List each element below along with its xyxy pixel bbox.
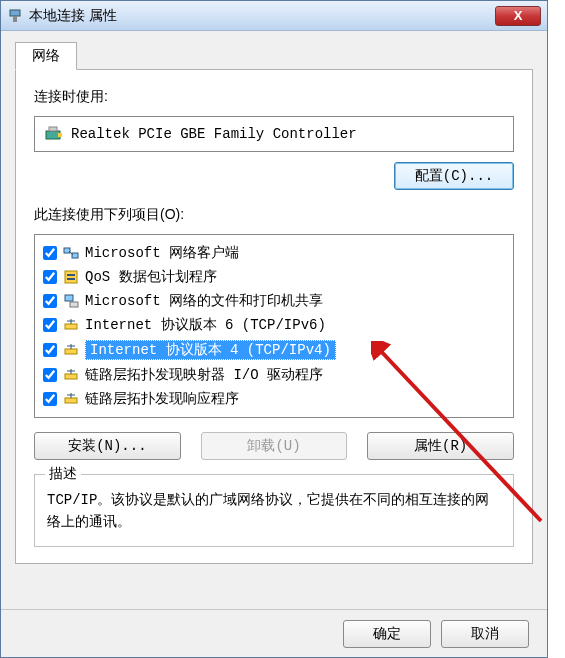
svg-rect-4: [58, 133, 62, 137]
svg-rect-9: [67, 274, 75, 276]
svg-rect-16: [65, 349, 77, 354]
svg-rect-10: [67, 278, 75, 280]
window-title: 本地连接 属性: [29, 7, 495, 25]
adapter-box[interactable]: Realtek PCIe GBE Family Controller: [34, 116, 514, 152]
list-item[interactable]: 链路层拓扑发现响应程序: [39, 387, 509, 411]
list-buttons-row: 安装(N)... 卸载(U) 属性(R): [34, 432, 514, 460]
tab-body: 连接时使用: Realtek PCIe GBE Family Controlle…: [15, 70, 533, 564]
component-icon: [63, 269, 79, 285]
description-text: TCP/IP。该协议是默认的广域网络协议，它提供在不同的相互连接的网络上的通讯。: [47, 489, 501, 534]
description-legend: 描述: [45, 465, 81, 483]
dialog-buttons: 确定 取消: [1, 609, 547, 657]
install-button[interactable]: 安装(N)...: [34, 432, 181, 460]
item-checkbox[interactable]: [43, 318, 57, 332]
svg-rect-22: [65, 398, 77, 403]
list-item[interactable]: Microsoft 网络客户端: [39, 241, 509, 265]
svg-rect-0: [10, 10, 20, 16]
item-label: 链路层拓扑发现响应程序: [85, 390, 239, 408]
cancel-button[interactable]: 取消: [441, 620, 529, 648]
item-checkbox[interactable]: [43, 343, 57, 357]
nic-icon: [45, 125, 63, 143]
svg-rect-3: [49, 127, 57, 131]
item-label: 链路层拓扑发现映射器 I/O 驱动程序: [85, 366, 323, 384]
item-label: Microsoft 网络客户端: [85, 244, 239, 262]
component-icon: [63, 367, 79, 383]
network-adapter-icon: [7, 8, 23, 24]
close-button[interactable]: X: [495, 6, 541, 26]
list-item[interactable]: Internet 协议版本 6 (TCP/IPv6): [39, 313, 509, 337]
svg-rect-11: [65, 295, 73, 301]
ok-button[interactable]: 确定: [343, 620, 431, 648]
svg-rect-8: [65, 271, 77, 283]
connect-using-label: 连接时使用:: [34, 88, 514, 106]
list-item[interactable]: 链路层拓扑发现映射器 I/O 驱动程序: [39, 363, 509, 387]
svg-rect-2: [46, 131, 60, 139]
list-item[interactable]: QoS 数据包计划程序: [39, 265, 509, 289]
svg-rect-1: [13, 16, 17, 22]
items-label: 此连接使用下列项目(O):: [34, 206, 514, 224]
component-icon: [63, 317, 79, 333]
component-icon: [63, 293, 79, 309]
uninstall-button: 卸载(U): [201, 432, 348, 460]
svg-rect-12: [70, 302, 78, 307]
tab-strip: 网络: [15, 41, 533, 70]
item-label: Internet 协议版本 6 (TCP/IPv6): [85, 316, 326, 334]
item-checkbox[interactable]: [43, 392, 57, 406]
item-checkbox[interactable]: [43, 246, 57, 260]
svg-rect-6: [72, 253, 78, 258]
component-icon: [63, 245, 79, 261]
svg-rect-19: [65, 374, 77, 379]
svg-rect-5: [64, 248, 70, 253]
list-item[interactable]: Microsoft 网络的文件和打印机共享: [39, 289, 509, 313]
properties-button[interactable]: 属性(R): [367, 432, 514, 460]
component-icon: [63, 342, 79, 358]
item-label: Microsoft 网络的文件和打印机共享: [85, 292, 323, 310]
description-group: 描述 TCP/IP。该协议是默认的广域网络协议，它提供在不同的相互连接的网络上的…: [34, 474, 514, 547]
tab-network[interactable]: 网络: [15, 42, 77, 70]
item-checkbox[interactable]: [43, 294, 57, 308]
close-icon: X: [514, 8, 523, 23]
list-item[interactable]: Internet 协议版本 4 (TCP/IPv4): [39, 337, 509, 363]
component-icon: [63, 391, 79, 407]
title-bar[interactable]: 本地连接 属性 X: [1, 1, 547, 31]
dialog-content: 网络 连接时使用: Realtek PCIe GBE Family Contro…: [1, 31, 547, 578]
item-checkbox[interactable]: [43, 368, 57, 382]
svg-rect-13: [65, 324, 77, 329]
item-label: Internet 协议版本 4 (TCP/IPv4): [85, 340, 336, 360]
configure-button[interactable]: 配置(C)...: [394, 162, 514, 190]
properties-dialog: 本地连接 属性 X 网络 连接时使用: Realtek PCIe GBE Fam…: [0, 0, 548, 658]
components-list[interactable]: Microsoft 网络客户端QoS 数据包计划程序Microsoft 网络的文…: [34, 234, 514, 418]
item-checkbox[interactable]: [43, 270, 57, 284]
item-label: QoS 数据包计划程序: [85, 268, 217, 286]
adapter-name: Realtek PCIe GBE Family Controller: [71, 126, 357, 142]
